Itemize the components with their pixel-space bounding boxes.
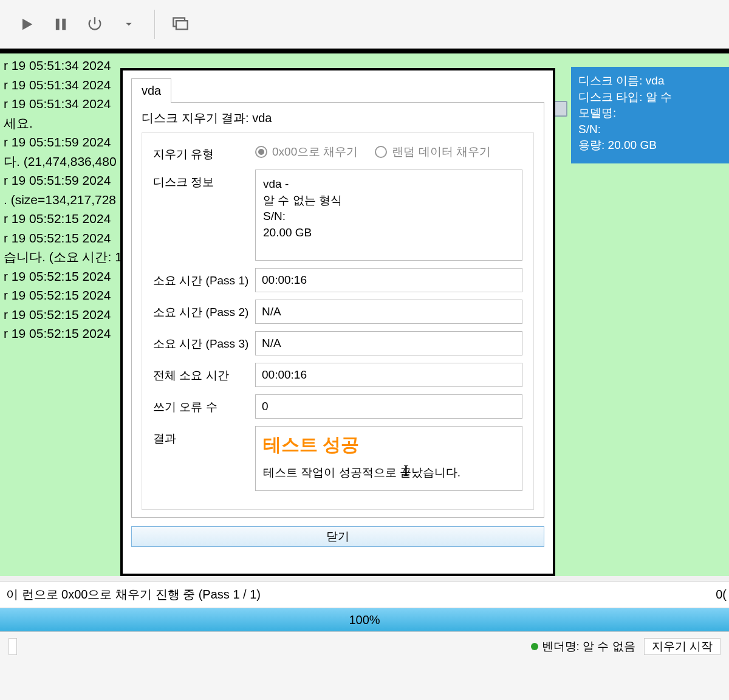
log-line: r 19 05:52:15 2024	[4, 231, 111, 245]
tab-row: vda	[123, 70, 553, 102]
progress-fill: 100%	[0, 608, 729, 631]
dialog-title: 디스크 지우기 결과: vda	[142, 110, 534, 126]
toolbar-separator	[154, 10, 155, 39]
input-total[interactable]	[255, 363, 522, 387]
label-pass3: 소요 시간 (Pass 3)	[153, 331, 255, 352]
play-icon	[18, 16, 35, 33]
label-total: 전체 소요 시간	[153, 363, 255, 383]
close-button[interactable]: 닫기	[131, 526, 544, 547]
radio-icon	[255, 146, 267, 158]
log-line: 습니다. (소요 시간: 16	[4, 250, 129, 264]
title-divider	[0, 49, 729, 53]
log-line: 다. (21,474,836,480	[4, 154, 117, 168]
log-line: r 19 05:51:59 2024	[4, 135, 111, 149]
input-errors[interactable]	[255, 394, 522, 419]
status-dot-icon	[531, 643, 538, 650]
input-pass1[interactable]	[255, 268, 522, 292]
result-box: 테스트 성공 테스트 작업이 성공적으로 끝났습니다.	[255, 426, 522, 491]
tab-vda[interactable]: vda	[131, 78, 171, 103]
input-pass2[interactable]	[255, 300, 522, 324]
label-errors: 쓰기 오류 수	[153, 394, 255, 415]
label-pass2: 소요 시간 (Pass 2)	[153, 300, 255, 320]
log-line: r 19 05:51:59 2024	[4, 173, 111, 187]
disk-info-box: vda - 알 수 없는 형식 S/N: 20.00 GB	[255, 170, 522, 261]
label-erase-type: 지우기 유형	[153, 142, 255, 162]
toolbar	[0, 0, 729, 49]
bottom-left-frag[interactable]	[9, 638, 17, 655]
log-line: r 19 05:51:34 2024	[4, 97, 111, 111]
monitor-icon	[172, 16, 189, 33]
bottom-bar: 벤더명: 알 수 없음 지우기 시작	[0, 632, 729, 700]
status-right: 0(	[716, 588, 727, 602]
disk-model-row: 모델명:	[578, 105, 722, 122]
result-title: 테스트 성공	[263, 433, 515, 458]
chevron-down-icon	[125, 20, 133, 29]
log-line: r 19 05:51:34 2024	[4, 58, 111, 72]
log-line: r 19 05:52:15 2024	[4, 211, 111, 225]
play-button[interactable]	[12, 10, 41, 39]
status-text: 이 런으로 0x00으로 채우기 진행 중 (Pass 1 / 1)	[6, 586, 261, 603]
svg-rect-1	[176, 21, 188, 29]
progress-bar: 100%	[0, 608, 729, 632]
start-erase-button[interactable]: 지우기 시작	[644, 638, 720, 655]
power-icon	[86, 16, 103, 33]
radio-fill-0x00[interactable]: 0x00으로 채우기	[255, 144, 358, 160]
input-pass3[interactable]	[255, 331, 522, 355]
log-line: r 19 05:52:15 2024	[4, 326, 111, 340]
disk-name-row: 디스크 이름: vda	[578, 73, 722, 89]
result-message: 테스트 작업이 성공적으로 끝났습니다.	[263, 465, 515, 481]
log-line: r 19 05:52:15 2024	[4, 307, 111, 321]
radio-icon	[375, 146, 387, 158]
disk-type-row: 디스크 타입: 알 수	[578, 89, 722, 106]
log-line: r 19 05:52:15 2024	[4, 269, 111, 283]
label-result: 결과	[153, 426, 255, 447]
power-button[interactable]	[80, 10, 109, 39]
status-bar: 이 런으로 0x00으로 채우기 진행 중 (Pass 1 / 1) 0(	[0, 581, 729, 608]
erase-result-dialog: vda 디스크 지우기 결과: vda 지우기 유형 0x00으로 채우기 랜덤…	[120, 68, 555, 576]
vendor-indicator: 벤더명: 알 수 없음	[531, 639, 635, 654]
disk-info-panel[interactable]: 디스크 이름: vda 디스크 타입: 알 수 모델명: S/N: 용량: 20…	[571, 67, 729, 163]
pause-icon	[52, 16, 69, 33]
power-dropdown[interactable]	[114, 10, 143, 39]
log-line: 세요.	[4, 116, 33, 130]
disk-sn-row: S/N:	[578, 122, 722, 138]
radio-fill-random[interactable]: 랜덤 데이터 채우기	[375, 144, 491, 160]
disk-capacity-row: 용량: 20.00 GB	[578, 137, 722, 154]
label-pass1: 소요 시간 (Pass 1)	[153, 268, 255, 289]
log-line: . (size=134,217,728	[4, 193, 116, 207]
log-line: r 19 05:51:34 2024	[4, 78, 111, 92]
pause-button[interactable]	[46, 10, 75, 39]
erase-type-radios: 0x00으로 채우기 랜덤 데이터 채우기	[255, 142, 522, 160]
label-disk-info: 디스크 정보	[153, 170, 255, 190]
log-line: r 19 05:52:15 2024	[4, 288, 111, 302]
monitor-button[interactable]	[166, 10, 195, 39]
